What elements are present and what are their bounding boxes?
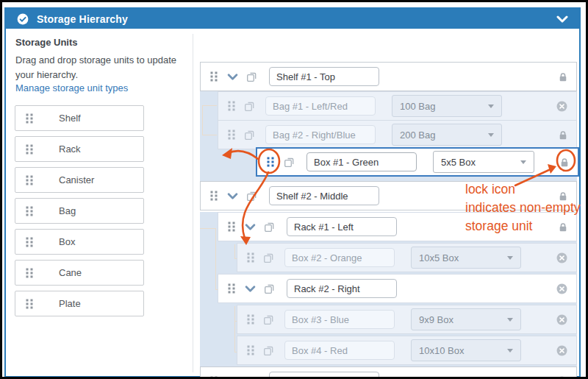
copy-icon[interactable] — [246, 375, 258, 379]
sidebar-divider — [193, 34, 193, 372]
palette-item-label: Box — [59, 236, 75, 247]
palette-item-bag[interactable]: Bag — [15, 198, 144, 224]
drag-handle-icon[interactable] — [26, 268, 33, 278]
panel-title: Storage Hierarchy — [37, 13, 128, 25]
chevron-down-icon[interactable] — [245, 224, 256, 230]
drag-handle-icon[interactable] — [26, 299, 33, 309]
remove-icon[interactable] — [556, 314, 567, 325]
chevron-down-icon[interactable] — [227, 193, 238, 199]
panel-collapse-chevron-icon[interactable] — [556, 15, 568, 23]
unit-name-input[interactable] — [265, 125, 376, 144]
palette-item-label: Canister — [59, 174, 94, 185]
tree-guide — [202, 105, 217, 106]
unit-name-input[interactable] — [269, 186, 379, 205]
unit-type-select[interactable]: 9x9 Box — [411, 308, 521, 330]
unit-name-input[interactable] — [284, 310, 395, 329]
drag-handle-icon[interactable] — [26, 206, 33, 216]
drag-handle-icon[interactable] — [210, 191, 218, 201]
palette-item-label: Bag — [59, 205, 76, 216]
palette-item-box[interactable]: Box — [15, 229, 144, 255]
drag-handle-icon[interactable] — [26, 144, 33, 155]
palette-item-rack[interactable]: Rack — [15, 136, 144, 162]
tree-guide — [215, 228, 216, 290]
unit-type-value: 10x5 Box — [419, 252, 459, 263]
unit-type-value: 200 Bag — [400, 130, 435, 141]
unit-name-input[interactable] — [269, 67, 379, 86]
drag-handle-icon[interactable] — [228, 283, 235, 294]
copy-icon[interactable] — [264, 283, 276, 294]
unit-name-input[interactable] — [287, 279, 397, 298]
drag-handle-icon[interactable] — [26, 175, 33, 185]
palette-item-canister[interactable]: Canister — [15, 167, 144, 193]
caret-down-icon — [507, 256, 513, 260]
sidebar-description: Drag and drop storage units to update yo… — [15, 53, 187, 82]
copy-icon[interactable] — [264, 221, 276, 233]
caret-down-icon — [520, 160, 526, 164]
copy-icon[interactable] — [263, 252, 275, 263]
unit-name-input[interactable] — [265, 96, 376, 116]
drag-handle-icon[interactable] — [247, 314, 254, 325]
drag-handle-icon[interactable] — [210, 376, 218, 379]
tree-row-box4: 10x10 Box — [237, 336, 577, 365]
unit-name-input[interactable] — [269, 372, 379, 379]
drag-handle-icon[interactable] — [228, 222, 235, 232]
palette-item-cane[interactable]: Cane — [15, 260, 144, 286]
chevron-down-icon[interactable] — [227, 74, 238, 80]
unit-type-select[interactable]: 200 Bag — [392, 124, 502, 146]
chevron-down-icon[interactable] — [245, 286, 256, 292]
tree-row-box2: 10x5 Box — [237, 243, 577, 272]
drag-handle-icon[interactable] — [228, 130, 235, 140]
annotation-note: lock icon indicates non-empty storage un… — [465, 180, 581, 235]
tree-guide — [202, 135, 217, 135]
drag-handle-icon[interactable] — [26, 237, 33, 247]
storage-unit-palette: Shelf Rack Canister Bag Box Cane Plate — [15, 105, 144, 322]
drag-handle-icon[interactable] — [210, 71, 218, 82]
panel-header: Storage Hierarchy — [6, 9, 579, 29]
drag-handle-icon[interactable] — [26, 113, 33, 124]
unit-type-select[interactable]: 10x10 Box — [411, 339, 521, 361]
unit-name-input[interactable] — [284, 248, 395, 267]
unit-name-input[interactable] — [284, 341, 395, 360]
unit-type-select[interactable]: 5x5 Box — [433, 151, 534, 173]
sidebar-title: Storage Units — [15, 37, 78, 48]
annotation-line: lock icon — [465, 180, 581, 199]
copy-icon[interactable] — [246, 71, 258, 82]
copy-icon[interactable] — [263, 314, 275, 325]
tree-guide — [200, 228, 216, 229]
unit-type-select[interactable]: 10x5 Box — [411, 247, 521, 269]
remove-icon[interactable] — [556, 283, 567, 294]
palette-item-shelf[interactable]: Shelf — [15, 105, 144, 131]
palette-item-label: Plate — [59, 298, 81, 309]
manage-storage-unit-types-link[interactable]: Manage storage unit types — [15, 82, 128, 93]
drag-handle-icon[interactable] — [267, 157, 274, 167]
tree-row-shelf3 — [200, 366, 577, 379]
remove-icon[interactable] — [556, 345, 567, 356]
drag-handle-icon[interactable] — [228, 101, 235, 111]
annotation-line: storage unit — [465, 217, 581, 235]
unit-name-input[interactable] — [287, 217, 397, 236]
unit-name-input[interactable] — [306, 152, 417, 171]
tree-guide — [234, 306, 235, 352]
copy-icon[interactable] — [263, 344, 275, 356]
copy-icon[interactable] — [284, 156, 295, 168]
remove-icon[interactable] — [556, 376, 567, 379]
unit-type-value: 9x9 Box — [419, 314, 453, 325]
unit-type-value: 100 Bag — [400, 101, 435, 112]
drag-handle-icon[interactable] — [247, 252, 254, 263]
copy-icon[interactable] — [246, 190, 258, 202]
unit-type-select[interactable]: 100 Bag — [392, 95, 502, 117]
palette-item-plate[interactable]: Plate — [15, 291, 144, 316]
drag-handle-icon[interactable] — [247, 345, 254, 355]
remove-icon[interactable] — [556, 101, 567, 112]
copy-icon[interactable] — [244, 129, 256, 141]
unit-type-value: 10x10 Box — [419, 345, 464, 356]
remove-icon[interactable] — [556, 252, 567, 263]
copy-icon[interactable] — [244, 100, 256, 112]
lock-icon — [560, 157, 569, 167]
tree-row-bag2: 200 Bag — [218, 120, 577, 149]
tree-row-rack2 — [218, 274, 577, 303]
tree-row-box1-dragging[interactable]: 5x5 Box — [256, 147, 579, 177]
palette-item-label: Shelf — [59, 113, 81, 124]
lock-icon — [559, 72, 567, 82]
caret-down-icon — [507, 349, 513, 353]
